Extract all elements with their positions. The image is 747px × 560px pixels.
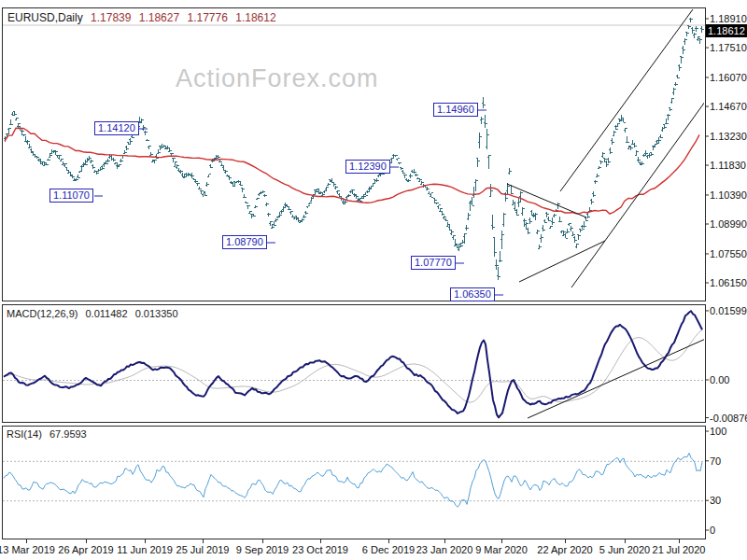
price-annotation: 1.08790 (222, 235, 267, 249)
date-axis-label: 9 Mar 2020 (475, 544, 528, 555)
rsi-axis-label: 70 (710, 455, 721, 467)
rsi-axis-label: 30 (710, 495, 721, 506)
date-axis-label: 23 Oct 2019 (292, 544, 348, 555)
price-annotation: 1.14960 (433, 103, 478, 117)
ohlc-low: 1.17776 (188, 11, 228, 24)
rsi-axis-label: 100 (710, 426, 726, 437)
chart-title: EURUSD,Daily 1.17839 1.18627 1.17776 1.1… (7, 11, 276, 24)
date-axis-label: 22 Apr 2020 (537, 544, 592, 555)
price-axis-label: 1.11830 (710, 160, 746, 171)
trendline-2 (560, 9, 693, 191)
macd-indicator-label: MACD(12,26,9) 0.011482 0.013350 (7, 308, 178, 319)
ohlc-high: 1.18627 (139, 11, 179, 24)
watermark-text: ActionForex.com (176, 64, 379, 93)
rsi-value: 67.9593 (49, 428, 87, 440)
macd-main-line (4, 311, 702, 417)
date-axis-label: 23 Jan 2020 (416, 544, 473, 555)
trendline-1 (519, 241, 605, 282)
macd-signal-value: 0.013350 (135, 308, 178, 319)
price-axis-label: 1.13230 (710, 131, 747, 142)
price-annotation: 1.12390 (345, 160, 390, 174)
price-annotation: 1.14120 (94, 121, 139, 135)
rsi-axis-label: 0 (710, 525, 715, 536)
price-annotation: 1.11070 (49, 189, 93, 203)
price-axis-label: 1.14670 (710, 101, 747, 112)
macd-main-value: 0.011482 (85, 308, 127, 319)
date-axis-label: 21 Jul 2020 (653, 544, 706, 555)
ohlc-open: 1.17839 (91, 11, 131, 24)
price-axis-label: 1.08990 (710, 218, 747, 230)
macd-axis-label: 0.00 (710, 374, 729, 385)
macd-panel-border (3, 305, 706, 423)
price-axis-label: 1.10390 (710, 189, 747, 201)
date-axis-label: 5 Jun 2020 (599, 544, 650, 555)
chart-symbol-timeframe: EURUSD,Daily (7, 11, 83, 24)
trendline-3 (571, 102, 705, 287)
price-axis-label: 1.17510 (710, 42, 747, 53)
date-axis-label: 26 Apr 2019 (58, 544, 113, 555)
price-axis-label: 1.07550 (710, 248, 747, 259)
price-annotation: 1.07770 (411, 256, 456, 270)
ohlc-bars (4, 18, 704, 280)
macd-trendline (528, 338, 708, 418)
current-price-tag: 1.18612 (706, 24, 747, 37)
date-axis-label: 11 Jun 2019 (117, 544, 173, 555)
price-axis-label: 1.16070 (710, 72, 747, 83)
ohlc-close: 1.18612 (235, 11, 275, 24)
macd-axis-label: -0.00876 (710, 413, 747, 424)
date-axis-label: 6 Dec 2019 (362, 544, 415, 555)
chart-window: EURUSD,Daily 1.17839 1.18627 1.17776 1.1… (0, 0, 747, 560)
price-axis-label: 1.18910 (710, 13, 747, 24)
date-axis-label: 9 Sep 2019 (236, 544, 289, 555)
date-axis-label: 13 Mar 2019 (0, 544, 55, 555)
price-axis-label: 1.06150 (710, 277, 747, 288)
rsi-indicator-label: RSI(14) 67.9593 (7, 428, 87, 440)
macd-axis-label: 0.015991 (710, 305, 747, 316)
price-annotation: 1.06350 (450, 287, 495, 301)
date-axis-label: 25 Jul 2019 (176, 544, 230, 555)
